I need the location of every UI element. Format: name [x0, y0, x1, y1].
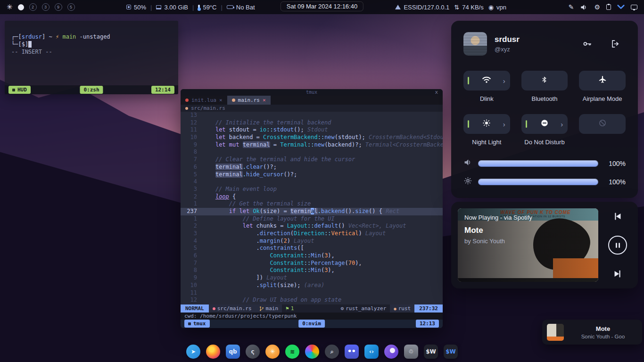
dock-magnifier-icon[interactable]: ⌕ [325, 345, 339, 359]
window-titlebar: tmux x [181, 89, 443, 96]
pause-icon [614, 242, 621, 249]
tile-dlink[interactable]: › [463, 71, 510, 90]
dock-telegram-icon[interactable]: ➤ [186, 345, 200, 359]
text-segment: Layout [362, 230, 386, 237]
text-segment: Vertical [331, 230, 359, 237]
code-line: 12 // Initialize the terminal backend [181, 119, 443, 127]
dock-vscode-icon[interactable]: ‹› [364, 345, 379, 359]
cpu-value: 50% [134, 4, 146, 11]
clock[interactable]: Sat 09 Mar 2024 12:16:40 [281, 1, 363, 11]
workspace-2[interactable]: 2 [29, 3, 37, 11]
wifi-status[interactable]: ESSID/127.0.0.1 [395, 4, 449, 11]
window-close-button[interactable]: x [435, 89, 438, 96]
text-segment: :: [318, 134, 324, 140]
text-segment: ()?; [263, 164, 277, 170]
dock-sw-dark-icon[interactable]: $W [424, 345, 438, 359]
text-segment: Rect [386, 208, 399, 214]
volume-slider-row: 100% [463, 158, 626, 168]
dock-qutebrowser-icon[interactable]: qb [226, 345, 240, 359]
line-number: 237 [181, 208, 202, 215]
dock-discord-icon[interactable] [345, 345, 359, 359]
next-track-button[interactable] [612, 269, 623, 279]
airplane-icon [598, 75, 607, 86]
quick-toggles: ›DlinkBluetoothAirplane Mode›Night Light… [463, 71, 626, 146]
launcher-logo-icon[interactable]: ✳ [7, 3, 13, 11]
text-segment: () { [369, 208, 386, 214]
logout-button[interactable] [605, 36, 626, 52]
workspace-9[interactable]: 9 [55, 3, 62, 11]
text-segment: 2 [283, 238, 287, 244]
chevron-down-icon[interactable] [617, 4, 625, 10]
brightness-icon [463, 176, 472, 187]
hud-terminal-window[interactable]: ┌─[srdusr] ~ ⚡ main -unstaged └─[$] -- I… [5, 21, 178, 94]
tile-night-light[interactable]: › [463, 114, 510, 134]
hud-window-pill[interactable]: 0:zsh [80, 86, 103, 94]
code-line: 11 [181, 289, 443, 297]
dock-firefox-icon[interactable] [206, 345, 220, 359]
dock-photos-icon[interactable] [305, 345, 319, 359]
text-segment [202, 141, 215, 148]
hud-session-pill[interactable]: HUD [8, 86, 31, 94]
hud-mode-indicator: -- INSERT -- [11, 48, 172, 56]
notification-album-thumb [547, 324, 564, 341]
file-type-icon [213, 307, 215, 310]
brightness-slider[interactable] [478, 179, 598, 185]
code-line: 8 Constraint::Min(3), [181, 267, 443, 274]
text-segment: ( [345, 260, 348, 266]
system-stats: 50% | 3.00 GiB | 59°C | No Bat [126, 0, 255, 14]
line-number: 13 [181, 112, 202, 119]
workspace-5[interactable]: 5 [67, 3, 75, 11]
toggle-cell: ›Night Light [463, 114, 510, 146]
lua-file-icon [185, 99, 189, 102]
pen-icon[interactable]: ✎ [569, 3, 574, 11]
tmux-window-pill[interactable]: 0:nvim [298, 320, 325, 328]
code-line: 9 ]) Layout [181, 274, 443, 282]
battery-icon [227, 5, 233, 9]
media-notification[interactable]: Mote Sonic Youth - Goo [542, 320, 642, 345]
display-icon[interactable] [631, 5, 637, 9]
clipboard-icon[interactable] [606, 4, 611, 10]
tab-close-icon[interactable]: × [263, 97, 266, 103]
workspace-group: ✳ 2 3 9 5 [7, 0, 75, 14]
tile-label: Night Light [472, 139, 501, 146]
text-segment: Constraint [270, 260, 304, 266]
text-segment: Min [311, 252, 321, 259]
dock-orange-app-icon[interactable]: ✳ [265, 345, 280, 359]
previous-track-button[interactable] [612, 211, 623, 222]
password-key-button[interactable] [577, 36, 597, 52]
tab-close-icon[interactable]: × [219, 97, 223, 103]
code-line: 1 // Define layout for the UI [181, 215, 443, 223]
volume-icon [463, 158, 472, 168]
pause-button[interactable] [608, 236, 627, 255]
tmux-session-pill[interactable]: tmux [184, 320, 210, 328]
workspace-active[interactable] [18, 4, 24, 10]
code-area[interactable]: 1312 // Initialize the terminal backend1… [181, 112, 443, 304]
text-segment: let [215, 126, 226, 133]
dock-purple-app-icon[interactable] [384, 345, 398, 359]
tile-empty[interactable] [579, 114, 626, 134]
tile-do-not-disturb[interactable]: › [521, 114, 568, 134]
brightness-value: 100% [604, 178, 626, 186]
code-line: 2 loop { [181, 193, 443, 201]
dock-trash-icon[interactable]: ♲ [404, 345, 418, 359]
breadcrumb-path: src/main.rs [191, 105, 225, 111]
settings-gear-icon[interactable]: ⚙ [594, 3, 600, 11]
vpn-status[interactable]: ◉vpn [488, 4, 506, 11]
tab-main-rs[interactable]: main.rs × [227, 96, 271, 105]
dock-sw-blue-icon[interactable]: $W [444, 345, 458, 359]
tile-airplane-mode[interactable] [579, 71, 626, 90]
volume-icon[interactable] [580, 4, 588, 11]
editor-window[interactable]: tmux x init.lua × main.rs × src/main.rs … [181, 89, 443, 328]
workspace-3[interactable]: 3 [42, 3, 50, 11]
dock-swirl-app-icon[interactable]: ς [246, 345, 260, 359]
tab-init-lua[interactable]: init.lua × [181, 96, 227, 105]
volume-slider[interactable] [478, 160, 598, 167]
temperature-value: 59°C [203, 4, 216, 11]
statusline-branch: main [256, 304, 282, 313]
battery-value: No Bat [236, 4, 255, 11]
temperature-stat: 59°C [198, 4, 216, 11]
tile-bluetooth[interactable] [521, 71, 568, 90]
text-segment: backend = [226, 134, 263, 140]
dock-spotify-icon[interactable]: ≋ [285, 345, 299, 359]
text-segment: termin [290, 208, 311, 214]
